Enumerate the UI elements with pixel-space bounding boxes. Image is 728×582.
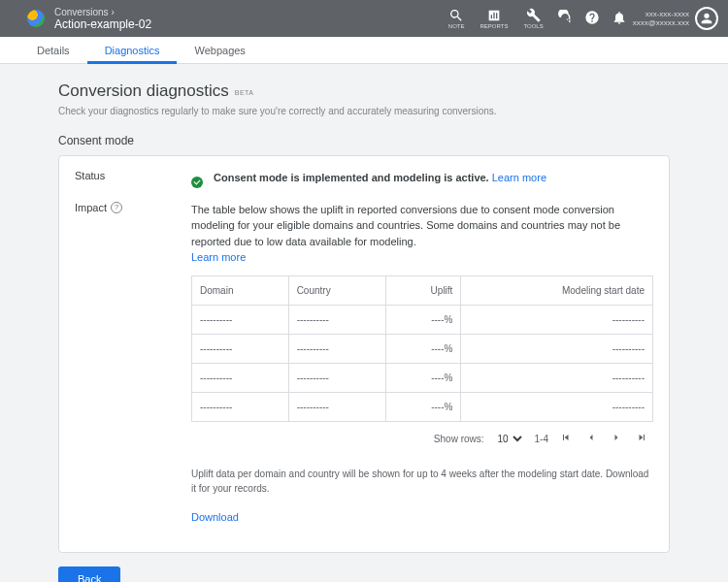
breadcrumb[interactable]: Conversions bbox=[54, 7, 109, 17]
rows-select[interactable]: 10 bbox=[494, 433, 525, 445]
impact-learn-more-link[interactable]: Learn more bbox=[191, 251, 246, 263]
tab-details[interactable]: Details bbox=[19, 37, 87, 63]
col-domain: Domain bbox=[192, 275, 289, 305]
avatar-icon[interactable] bbox=[695, 7, 718, 30]
pager-range: 1-4 bbox=[535, 432, 548, 446]
account-switcher[interactable]: xxx-xxx-xxxxxxxx@xxxxx.xxx bbox=[633, 7, 718, 30]
tab-webpages[interactable]: Webpages bbox=[177, 37, 262, 63]
table-row: ------------------------%---------- bbox=[192, 334, 653, 363]
beta-badge: BETA bbox=[235, 89, 254, 96]
status-text: Consent mode is implemented and modeling… bbox=[214, 172, 489, 183]
status-learn-more-link[interactable]: Learn more bbox=[492, 172, 546, 183]
refresh-icon[interactable] bbox=[557, 10, 573, 28]
search-tool[interactable]: NOTE bbox=[448, 8, 465, 29]
help-icon[interactable] bbox=[584, 10, 600, 28]
table-row: ------------------------%---------- bbox=[192, 392, 653, 421]
pager-first-icon[interactable] bbox=[558, 430, 574, 449]
col-uplift: Uplift bbox=[386, 275, 461, 305]
col-start: Modeling start date bbox=[461, 275, 653, 305]
back-arrow-icon[interactable] bbox=[10, 8, 17, 29]
col-country: Country bbox=[288, 275, 386, 305]
tab-diagnostics[interactable]: Diagnostics bbox=[87, 37, 178, 64]
pager-prev-icon[interactable] bbox=[583, 430, 599, 449]
page-content: Conversion diagnosticsBETA Check your di… bbox=[0, 64, 728, 582]
tools-tool[interactable]: TOOLS bbox=[523, 8, 543, 29]
sub-nav: Details Diagnostics Webpages bbox=[0, 37, 728, 64]
status-label: Status bbox=[75, 170, 191, 188]
back-button[interactable]: Back bbox=[58, 566, 120, 582]
status-body: Consent mode is implemented and modeling… bbox=[191, 170, 653, 188]
impact-label: Impact ? bbox=[75, 202, 191, 526]
page-context-title: Action-example-02 bbox=[54, 17, 151, 31]
table-pager: Show rows: 10 1-4 bbox=[191, 422, 653, 457]
impact-text: The table below shows the uplift in repo… bbox=[191, 204, 620, 247]
page-subtitle: Check your diagnostics regularly to make… bbox=[58, 106, 670, 116]
consent-mode-card: Status Consent mode is implemented and m… bbox=[58, 155, 670, 553]
section-heading: Consent mode bbox=[58, 134, 670, 147]
reports-tool[interactable]: REPORTS bbox=[480, 8, 509, 29]
uplift-table: Domain Country Uplift Modeling start dat… bbox=[191, 275, 653, 422]
breadcrumb-block: Conversions› Action-example-02 bbox=[54, 7, 151, 31]
notifications-icon[interactable] bbox=[612, 10, 627, 28]
table-row: ------------------------%---------- bbox=[192, 363, 653, 392]
check-circle-icon bbox=[191, 177, 203, 188]
top-bar: Conversions› Action-example-02 NOTE REPO… bbox=[0, 0, 728, 37]
help-circle-icon[interactable]: ? bbox=[111, 202, 122, 213]
page-title: Conversion diagnostics bbox=[58, 81, 229, 101]
show-rows-label: Show rows: bbox=[434, 432, 484, 446]
pager-last-icon[interactable] bbox=[634, 430, 649, 449]
download-link[interactable]: Download bbox=[191, 509, 239, 526]
table-row: ------------------------%---------- bbox=[192, 305, 653, 334]
uplift-note: Uplift data per domain and country will … bbox=[191, 467, 653, 496]
product-logo bbox=[27, 10, 45, 27]
pager-next-icon[interactable] bbox=[609, 430, 624, 449]
